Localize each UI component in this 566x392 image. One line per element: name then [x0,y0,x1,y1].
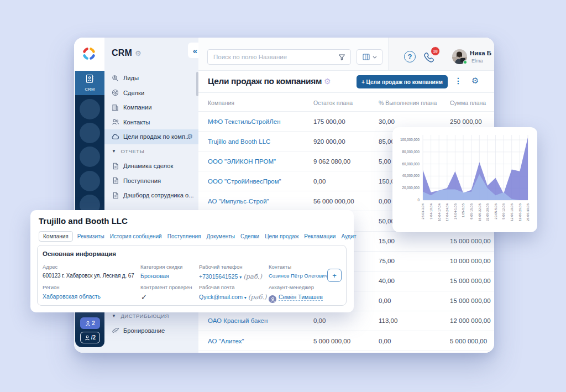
sidebar-item-label: Бронирование [123,327,165,334]
cell-remainder: 0,00 [313,317,326,324]
field-value-discount[interactable]: Бронзовая [140,273,169,279]
table-row[interactable]: АО "Алитех"5 000 000,000,005 000 000,00 [198,331,494,351]
help-button[interactable]: ? [404,51,416,62]
detail-tab[interactable]: Цели продаж [265,233,298,239]
cell-remainder: 175 000,00 [313,118,345,125]
chevron-down-icon: ▾ [244,295,247,300]
cell-percent: 30,00 [379,118,395,125]
field-label-region: Регион [43,284,60,290]
detail-tab[interactable]: Аудит [341,233,356,239]
column-header[interactable]: Остаток плана [313,100,353,106]
field-value-work-phone[interactable]: +73015641525 ▾ (раб.) [199,273,262,280]
svg-text:10.04-17.04: 10.04-17.04 [438,203,441,221]
cell-company[interactable]: ООО "ЭЛИКОН ПРОМ" [208,158,276,165]
detail-tab[interactable]: Рекламации [304,233,336,239]
svg-text:100,000,000: 100,000,000 [400,138,420,142]
cell-total: 15 000 000,00 [450,297,491,304]
detail-tab[interactable]: История сообщений [110,233,162,239]
table-row[interactable]: ОАО Красный бакен0,00113,0012 000 000,00 [198,311,494,331]
cell-percent: 0,00 [379,198,391,205]
add-contact-button[interactable]: + [327,269,342,282]
sidebar-item[interactable]: Дэшборд сотрудника о... [104,188,198,203]
company-detail-card: Trujillo and Booth LLC КомпанияРеквизиты… [30,210,354,312]
triangle-down-icon: ▼ [112,313,116,318]
sidebar-item-label: Динамика сделок [123,163,173,169]
detail-tab[interactable]: Документы [206,233,235,239]
svg-text:15.05-22.05: 15.05-22.05 [478,203,481,221]
sidebar-item[interactable]: Поступления [104,174,198,189]
cell-remainder: 56 000 000,00 [313,198,354,205]
detail-tab[interactable]: Сделки [240,233,259,239]
cell-remainder: 5 000 000,00 [313,338,350,344]
user-name[interactable]: Ника Б [470,50,491,56]
sidebar-section-label: ДИСТРИБЬЮЦИЯ [120,313,169,319]
field-value-contacts[interactable]: Созинов Пётр Олегович [269,273,327,279]
app-logo-box[interactable] [74,38,104,71]
sidebar-menu-bottom: ▼ДИСТРИБЬЮЦИЯБронирование [104,309,198,338]
cell-company[interactable]: МФО ТекстильСтройЛен [208,118,281,125]
more-options-icon[interactable]: ⋮ [454,76,462,85]
rail-users-limit-badge[interactable]: /2 [80,332,100,343]
settings-gear-icon[interactable]: ⚙ [471,76,479,86]
user-edit-icon [85,335,90,341]
sidebar-item[interactable]: Бронирование [104,323,198,338]
field-value-region[interactable]: Хабаровская область [43,293,101,300]
cell-percent: 40,00 [379,278,395,284]
cell-company[interactable]: Trujillo and Booth LLC [208,138,270,145]
cell-company[interactable]: ООО "СтройИнвесПром" [208,178,281,185]
cell-remainder: 9 062 080,00 [313,158,350,165]
online-status-dot [463,60,467,64]
view-mode-dropdown[interactable] [357,49,382,65]
sidebar-item[interactable]: Лиды [104,71,198,86]
sidebar-item[interactable]: Цели продаж по комп...⚙ [104,129,198,144]
field-value-address: 600123 г. Хабаровск ул. Лесная д. 67 [43,273,134,279]
gear-icon[interactable]: ⚙ [135,49,142,58]
sidebar-header: CRM ⚙ « [104,38,198,71]
area-chart: 020,000,00040,000,00060,000,00080,000,00… [392,127,537,232]
sidebar-item[interactable]: Сделки [104,86,198,101]
column-header[interactable]: Компания [208,100,234,106]
search-input[interactable] [208,54,338,60]
column-header[interactable]: % Выполнения плана [379,100,437,106]
sidebar-item[interactable]: Контакты [104,115,198,130]
svg-text:3.04-10.04: 3.04-10.04 [429,203,433,219]
column-header[interactable]: Сумма плана [450,100,486,106]
rail-app-placeholder[interactable] [80,171,100,191]
report-icon [111,162,119,170]
detail-tab[interactable]: Поступления [167,233,201,239]
field-value-manager[interactable]: Семён Тимашев [279,294,323,300]
sidebar-item-label: Контакты [123,119,150,126]
cell-remainder: 0,00 [313,178,326,185]
rail-app-placeholder[interactable] [80,123,100,143]
cell-company[interactable]: АО "Алитех" [208,338,244,344]
deals-icon [111,88,119,97]
sidebar-item-label: Дэшборд сотрудника о... [123,192,194,198]
field-value-work-email[interactable]: Qyick@mail.com ▾ (раб.) [199,293,267,301]
rail-app-placeholder[interactable] [80,147,100,167]
sidebar-item[interactable]: Динамика сделок [104,159,198,174]
email-type-suffix: (раб.) [248,293,267,301]
detail-tab[interactable]: Компания [39,231,73,242]
sidebar-item[interactable]: Компании [104,100,198,115]
gear-icon[interactable]: ⚙ [187,133,193,140]
rail-item-crm[interactable]: CRM [75,71,104,95]
cell-percent: 75,00 [379,258,395,264]
sidebar-section-header[interactable]: ▼ОТЧЕТЫ [104,144,198,159]
filter-funnel-icon[interactable] [338,54,345,61]
sidebar-item-label: Компании [123,104,151,111]
svg-text:24.04-1.05: 24.04-1.05 [454,203,457,219]
rail-users-badge-count: 2 [92,320,95,326]
add-sales-goal-button[interactable]: + Цели продаж по компаниям [357,75,448,88]
detail-tab[interactable]: Реквизиты [77,233,104,239]
svg-text:40,000,000: 40,000,000 [402,174,420,177]
rail-users-limit-count: /2 [91,334,96,341]
cell-company[interactable]: АО "Импульс-Строй" [208,198,269,205]
rail-app-placeholder[interactable] [80,99,100,119]
field-label-manager: Аккаунт-менеджер [269,284,314,290]
svg-text:60,000,000: 60,000,000 [402,162,420,166]
svg-text:8.05-15.05: 8.05-15.05 [470,203,473,219]
cell-company[interactable]: ОАО Красный бакен [208,317,268,324]
gear-icon[interactable]: ⚙ [324,77,331,86]
field-label-work-email: Рабочая почта [199,284,235,290]
rail-users-badge[interactable]: 2 [80,317,100,329]
